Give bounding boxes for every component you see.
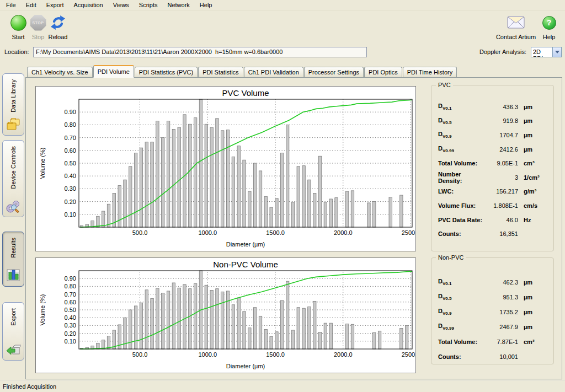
stat-row: Volume Flux:1.808E-1cm/s	[431, 198, 553, 213]
chevron-down-icon	[555, 51, 559, 56]
menu-item-help[interactable]: Help	[195, 1, 217, 9]
tab-pdi-time-history[interactable]: PDI Time History	[403, 67, 457, 77]
stat-unit: µm	[518, 294, 548, 300]
stat-unit: µm	[518, 117, 548, 124]
stat-label: Total Volume:	[438, 160, 484, 167]
sidebar-item-label: Device Controls	[10, 146, 17, 189]
stat-label: DV0.1	[438, 278, 484, 286]
stat-label: Total Volume:	[438, 339, 484, 345]
stat-row: DV0.5919.8µm	[431, 114, 553, 128]
help-label: Help	[538, 34, 560, 40]
stat-label: Volume Flux:	[438, 202, 484, 209]
stats-panel-pvc: PVC DV0.1436.3µmDV0.5919.8µmDV0.91704.7µ…	[431, 85, 554, 251]
help-icon: ?	[542, 16, 556, 30]
menu-item-acquisition[interactable]: Acquisition	[69, 1, 108, 9]
stat-label: DV0.99	[438, 145, 484, 153]
reload-button[interactable]: Reload	[42, 13, 73, 40]
group-title: PVC	[436, 82, 453, 88]
stat-unit: g/m³	[518, 188, 548, 195]
tab-pdi-optics[interactable]: PDI Optics	[364, 67, 402, 77]
menu-bar: File Edit Export Acquisition Views Scrip…	[0, 0, 565, 10]
svg-text:1500.0: 1500.0	[266, 351, 285, 358]
tab-ch1-velocity-vs-size[interactable]: Ch1 Velocity vs. Size	[27, 67, 93, 77]
stat-label: DV0.5	[438, 117, 484, 125]
stat-value: 46.0	[484, 217, 518, 223]
stat-row: Total Volume:7.87E-1cm³	[431, 334, 553, 349]
folders-icon	[6, 117, 21, 132]
stat-value: 436.3	[484, 104, 518, 110]
y-axis-label: Volume (%)	[39, 294, 46, 326]
svg-text:0.90: 0.90	[65, 109, 76, 115]
app-window: File Edit Export Acquisition Views Scrip…	[0, 0, 565, 392]
svg-text:0.80: 0.80	[65, 121, 76, 128]
nonpvc-volume-plot: 0.100.200.300.400.500.600.700.800.90500.…	[36, 258, 416, 373]
svg-text:0.30: 0.30	[65, 322, 76, 329]
doppler-analysis-label: Doppler Analysis:	[479, 49, 526, 55]
stat-unit: µm	[518, 146, 548, 153]
menu-item-scripts[interactable]: Scripts	[134, 1, 163, 9]
stat-unit: µm	[518, 104, 548, 110]
stat-value: 1735.2	[484, 309, 518, 315]
svg-text:500.0: 500.0	[132, 351, 148, 358]
stat-row: LWC:156.217g/m³	[431, 185, 553, 199]
tab-strip: Ch1 Velocity vs. Size PDI Volume PDI Sta…	[25, 66, 562, 77]
stat-label: DV0.1	[438, 103, 484, 111]
chart-nonpvc-volume: 0.100.200.300.400.500.600.700.800.90500.…	[35, 257, 416, 373]
svg-text:1000.0: 1000.0	[198, 351, 217, 358]
tab-pdi-statistics[interactable]: PDI Statistics	[198, 67, 243, 77]
contact-artium-button[interactable]: Contact Artium	[494, 13, 538, 40]
envelope-icon	[507, 16, 525, 29]
tab-ch1-pdi-validation[interactable]: Ch1 PDI Validation	[244, 67, 303, 77]
tab-processor-settings[interactable]: Processor Settings	[304, 67, 364, 77]
stat-value: 156.217	[484, 188, 518, 195]
menu-item-export[interactable]: Export	[41, 1, 69, 9]
doppler-dropdown-button[interactable]	[552, 47, 561, 57]
pdi-volume-panel: 0.100.200.300.400.500.600.700.800.90500.…	[25, 77, 562, 379]
stats-panel-nonpvc: Non-PVC DV0.1462.3µmDV0.5951.3µmDV0.9173…	[431, 257, 554, 364]
svg-text:0.70: 0.70	[65, 135, 76, 141]
stat-unit: cm³	[518, 339, 548, 345]
reload-icon	[50, 14, 66, 31]
stat-label: DV0.9	[438, 131, 484, 139]
svg-text:1500.0: 1500.0	[266, 229, 285, 236]
doppler-analysis-select[interactable]: 2D PDI	[531, 47, 562, 57]
export-arrow-icon	[6, 342, 21, 357]
stat-value: 919.8	[484, 117, 518, 124]
menu-item-network[interactable]: Network	[162, 1, 194, 9]
stat-value: 16,351	[484, 230, 518, 237]
menu-item-views[interactable]: Views	[108, 1, 134, 9]
sidebar-item-export[interactable]: Export	[2, 302, 24, 361]
help-button[interactable]: ? Help	[538, 13, 560, 40]
svg-text:2500.0: 2500.0	[402, 351, 416, 358]
gears-icon	[6, 199, 21, 213]
sidebar-item-device-controls[interactable]: Device Controls	[2, 140, 24, 217]
sidebar-item-label: Export	[10, 308, 17, 326]
stat-label: Counts:	[438, 353, 484, 360]
tab-pdi-volume[interactable]: PDI Volume	[93, 65, 134, 78]
svg-text:0.30: 0.30	[65, 185, 76, 192]
sidebar-item-results[interactable]: Results	[2, 232, 24, 287]
stat-row: DV0.5951.3µm	[431, 289, 553, 304]
stat-row: DV0.91704.7µm	[431, 128, 553, 142]
menu-item-edit[interactable]: Edit	[21, 1, 41, 9]
group-title: Non-PVC	[436, 254, 466, 261]
menu-item-file[interactable]: File	[1, 1, 21, 9]
stat-value: 1.808E-1	[484, 202, 518, 209]
y-axis-label: Volume (%)	[39, 148, 46, 179]
svg-text:0.60: 0.60	[65, 299, 76, 305]
stat-label: DV0.9	[438, 308, 484, 316]
stat-value: 1704.7	[484, 132, 518, 138]
svg-text:0.40: 0.40	[65, 173, 76, 179]
svg-text:0.10: 0.10	[65, 211, 76, 218]
tab-pdi-statistics-pvc[interactable]: PDI Statistics (PVC)	[135, 67, 198, 77]
x-axis-label: Diameter (µm)	[226, 363, 265, 369]
svg-text:2000.0: 2000.0	[334, 351, 353, 358]
stat-row: PVC Data Rate:46.0Hz	[431, 213, 553, 227]
stat-row: DV0.992412.6µm	[431, 142, 553, 157]
status-bar: Finished Acquisition	[0, 380, 565, 392]
stat-label: PVC Data Rate:	[438, 217, 484, 223]
location-input[interactable]: F:\My Documents\AIMS Data\2013\2013\11\2…	[33, 47, 367, 57]
stat-row: Number Density:31/cm³	[431, 170, 553, 185]
sidebar-item-data-library[interactable]: Data Library	[2, 73, 24, 136]
svg-text:1000.0: 1000.0	[198, 229, 217, 236]
